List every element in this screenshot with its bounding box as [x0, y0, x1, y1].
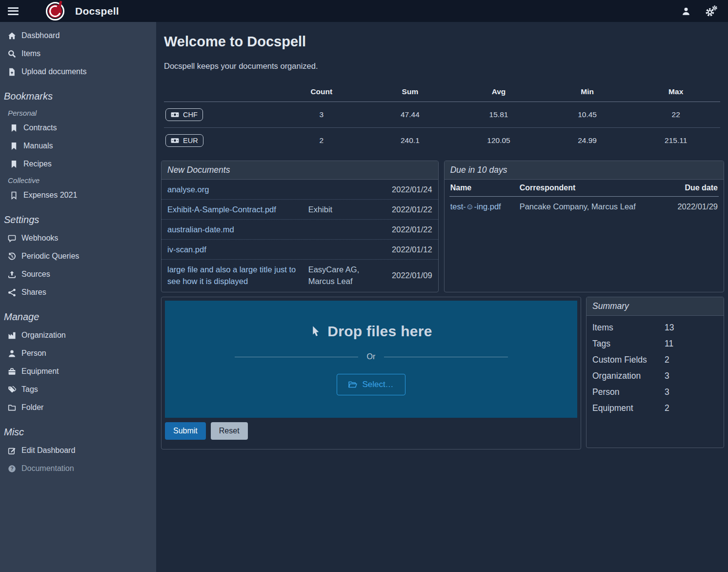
or-label: Or — [367, 352, 376, 361]
folder-open-icon — [348, 381, 357, 388]
document-link[interactable]: Exhibit-A-Sample-Contract.pdf — [167, 204, 308, 215]
gears-icon[interactable] — [705, 5, 717, 17]
sidebar-item-label: Upload documents — [21, 67, 86, 76]
sidebar-item-tags[interactable]: Tags — [0, 383, 156, 396]
stats-header-count: Count — [277, 84, 366, 102]
document-correspondent: EasyCare AG, Marcus Leaf — [308, 264, 385, 287]
sidebar-item-label: Manuals — [23, 142, 53, 150]
upload-icon — [8, 270, 16, 279]
bookmarks-group-personal: Personal — [0, 108, 156, 121]
sidebar-item-recipes[interactable]: Recipes — [0, 157, 156, 171]
bookmark-icon — [10, 124, 18, 132]
document-correspondent: Pancake Company, Marcus Leaf — [520, 202, 659, 211]
stats-header-sum: Sum — [366, 84, 455, 102]
factory-icon — [8, 331, 16, 340]
submit-button[interactable]: Submit — [165, 422, 206, 440]
summary-panel: Summary Items 13 Tags 11 Custom Fields 2 — [586, 297, 724, 448]
or-divider: Or — [235, 352, 508, 361]
sidebar-item-label: Tags — [21, 385, 38, 394]
summary-label: Tags — [592, 339, 665, 349]
document-date: 2022/01/29 — [659, 202, 718, 211]
sidebar-item-organization[interactable]: Organization — [0, 328, 156, 342]
file-dropzone[interactable]: Drop files here Or Select… — [165, 301, 577, 418]
sidebar-item-webhooks[interactable]: Webhooks — [0, 231, 156, 245]
due-header-name: Name — [450, 184, 520, 192]
summary-row: Custom Fields 2 — [586, 352, 724, 368]
bookmark-icon — [10, 160, 18, 168]
summary-row: Person 3 — [586, 384, 724, 400]
sidebar-item-upload-documents[interactable]: Upload documents — [0, 65, 156, 79]
stats-table: Count Sum Avg Min Max CHF 3 47.44 15.81 … — [164, 84, 720, 153]
due-panel: Due in 10 days Name Correspondent Due da… — [444, 161, 724, 292]
mouse-pointer-icon — [310, 326, 322, 337]
sidebar-item-folder[interactable]: Folder — [0, 401, 156, 414]
document-link[interactable]: large file and also a large title just t… — [167, 264, 308, 287]
sidebar-section-bookmarks: Bookmarks — [0, 83, 156, 108]
stats-header-min: Min — [543, 84, 632, 102]
sidebar-item-label: Periodic Queries — [21, 252, 79, 261]
bookmark-outline-icon — [10, 191, 18, 200]
equipment-icon — [8, 368, 16, 376]
stats-cell: 240.1 — [366, 128, 455, 153]
stats-header-avg: Avg — [454, 84, 543, 102]
app-title: Docspell — [75, 5, 119, 17]
sidebar-item-label: Recipes — [23, 160, 52, 168]
document-correspondent: Exhibit — [308, 204, 385, 215]
bookmark-icon — [10, 142, 18, 150]
sidebar: Dasbhoard Items Upload documents Bookmar… — [0, 22, 156, 572]
select-files-button[interactable]: Select… — [337, 374, 405, 395]
document-link[interactable]: iv-scan.pdf — [167, 244, 308, 255]
svg-text:?: ? — [10, 466, 13, 471]
sidebar-item-manuals[interactable]: Manuals — [0, 139, 156, 153]
sidebar-item-items[interactable]: Items — [0, 47, 156, 61]
sidebar-item-contracts[interactable]: Contracts — [0, 121, 156, 135]
upload-panel: Drop files here Or Select… S — [161, 297, 581, 449]
document-date: 2022/01/24 — [385, 184, 432, 195]
sidebar-item-shares[interactable]: Shares — [0, 286, 156, 299]
docspell-logo-icon[interactable] — [46, 2, 64, 20]
share-icon — [8, 288, 16, 297]
stats-row-currency: EUR — [164, 128, 277, 153]
reset-button[interactable]: Reset — [211, 422, 248, 440]
summary-row: Tags 11 — [586, 336, 724, 352]
summary-row: Equipment 2 — [586, 400, 724, 416]
sidebar-item-label: Items — [21, 49, 40, 58]
document-row: Exhibit-A-Sample-Contract.pdf Exhibit 20… — [162, 200, 438, 220]
document-link[interactable]: analyse.org — [167, 184, 308, 195]
sidebar-item-edit-dashboard[interactable]: Edit Dashboard — [0, 444, 156, 457]
sidebar-item-label: Contracts — [23, 123, 57, 132]
document-link[interactable]: test-☺-ing.pdf — [450, 202, 520, 211]
summary-label: Items — [592, 323, 665, 333]
stats-cell: 3 — [277, 102, 366, 128]
user-icon[interactable] — [682, 7, 690, 16]
stats-cell: 120.05 — [454, 128, 543, 153]
sidebar-item-periodic-queries[interactable]: Periodic Queries — [0, 249, 156, 263]
sidebar-item-person[interactable]: Person — [0, 347, 156, 360]
sidebar-item-dashboard[interactable]: Dasbhoard — [0, 29, 156, 42]
due-header-correspondent: Correspondent — [520, 184, 659, 192]
sidebar-item-expenses-2021[interactable]: Expenses 2021 — [0, 188, 156, 202]
folder-icon — [8, 404, 16, 412]
hamburger-menu-icon[interactable] — [7, 4, 23, 19]
top-navbar: Docspell — [0, 0, 728, 22]
sidebar-item-label: Equipment — [21, 367, 59, 376]
sidebar-item-documentation[interactable]: ? Documentation — [0, 462, 156, 475]
stats-cell: 215.11 — [631, 128, 720, 153]
summary-label: Custom Fields — [592, 355, 665, 365]
bookmarks-group-collective: Collective — [0, 175, 156, 188]
stats-cell: 2 — [277, 128, 366, 153]
summary-value: 3 — [665, 387, 718, 397]
stats-cell: 24.99 — [543, 128, 632, 153]
document-row: australian-date.md 2022/01/22 — [162, 220, 438, 240]
sidebar-item-label: Webhooks — [21, 234, 58, 243]
sidebar-item-equipment[interactable]: Equipment — [0, 365, 156, 378]
sidebar-item-sources[interactable]: Sources — [0, 267, 156, 281]
comment-icon — [8, 234, 16, 243]
due-table-header: Name Correspondent Due date — [449, 180, 719, 197]
page-subtitle: Docspell keeps your documents organized. — [164, 61, 720, 71]
summary-value: 3 — [665, 371, 718, 381]
document-date: 2022/01/22 — [385, 204, 432, 215]
stats-row-currency: CHF — [164, 102, 277, 128]
document-link[interactable]: australian-date.md — [167, 224, 308, 235]
sidebar-item-label: Edit Dashboard — [21, 446, 75, 455]
